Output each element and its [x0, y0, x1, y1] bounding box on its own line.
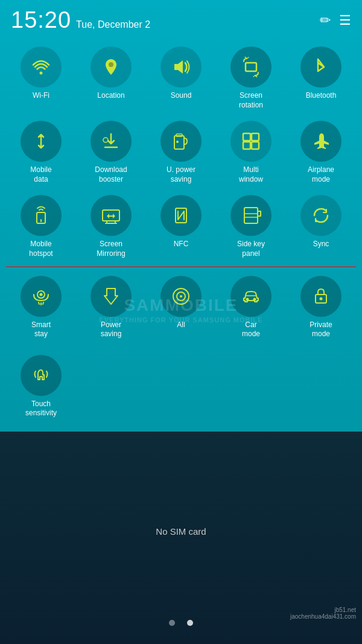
mobile-data-icon-circle: [21, 121, 62, 162]
screen-mirroring-icon-circle: [91, 195, 132, 236]
svg-point-0: [109, 62, 113, 67]
mobile-hotspot-icon-circle: [21, 195, 62, 236]
side-key-panel-icon-circle: [230, 195, 272, 236]
screen-mirroring-icon: [101, 205, 121, 226]
all-label: All: [177, 320, 185, 330]
sound-icon-circle: [160, 46, 202, 88]
corner-watermark: jb51.netjaochenhua4dai431.com: [290, 607, 356, 620]
u-power-saving-icon: [171, 131, 191, 151]
status-bar: 15:20 Tue, December 2 ✏ ☰: [0, 0, 362, 38]
status-icons: ✏ ☰: [320, 13, 351, 28]
touch-sensitivity-toggle[interactable]: Touchsensitivity: [6, 349, 76, 423]
bluetooth-label: Bluetooth: [306, 91, 337, 101]
car-mode-toggle[interactable]: Carmode: [216, 270, 286, 344]
multi-window-icon: [241, 131, 261, 151]
nfc-toggle[interactable]: NFC: [146, 189, 216, 263]
location-icon-circle: [91, 46, 132, 88]
bluetooth-toggle[interactable]: Bluetooth: [286, 40, 356, 115]
location-icon: [101, 57, 121, 77]
power-saving-label: Powersaving: [101, 320, 122, 339]
icons-grid: Wi-Fi Location Sound: [0, 38, 362, 266]
mobile-hotspot-label: Mobilehotspot: [29, 240, 52, 258]
multi-window-icon-circle: [230, 121, 272, 162]
download-booster-icon-circle: [91, 121, 132, 162]
nav-dot-1[interactable]: [169, 620, 175, 626]
airplane-mode-icon-circle: [300, 121, 341, 162]
svg-point-28: [320, 297, 323, 300]
all-toggle[interactable]: All: [146, 270, 216, 344]
time-display: 15:20: [11, 7, 71, 33]
svg-rect-10: [252, 133, 259, 141]
screen-rotation-icon: [241, 57, 261, 77]
bluetooth-icon-circle: [300, 46, 341, 88]
download-booster-label: Downloadbooster: [95, 165, 127, 184]
power-saving-icon: [101, 286, 121, 307]
touch-sensitivity-icon: [31, 365, 51, 386]
private-mode-toggle[interactable]: Privatemode: [286, 270, 356, 344]
airplane-mode-toggle[interactable]: Airplanemode: [286, 115, 356, 189]
no-sim-text: No SIM card: [156, 526, 206, 537]
airplane-mode-label: Airplanemode: [308, 165, 334, 184]
menu-icon[interactable]: ☰: [339, 13, 351, 28]
location-label: Location: [97, 91, 124, 101]
mobile-hotspot-toggle[interactable]: Mobilehotspot: [6, 189, 76, 263]
touch-sensitivity-label: Touchsensitivity: [25, 400, 57, 418]
smart-stay-toggle[interactable]: Smartstay: [6, 270, 76, 344]
u-power-saving-label: U. powersaving: [167, 165, 195, 184]
svg-point-20: [40, 293, 43, 296]
power-saving-icon-circle: [91, 276, 132, 317]
location-toggle[interactable]: Location: [76, 40, 146, 115]
car-mode-icon-circle: [230, 276, 272, 317]
screen-mirroring-label: ScreenMirroring: [97, 240, 125, 258]
touch-sensitivity-icon-circle: [21, 355, 62, 396]
time-date: 15:20 Tue, December 2: [11, 7, 150, 33]
download-booster-toggle[interactable]: Downloadbooster: [76, 115, 146, 189]
sync-toggle[interactable]: Sync: [286, 189, 356, 263]
sound-toggle[interactable]: Sound: [146, 40, 216, 115]
no-sim-area: No SIM card: [0, 519, 362, 544]
all-icon: [171, 286, 191, 307]
svg-point-4: [103, 138, 108, 142]
edit-icon[interactable]: ✏: [320, 13, 331, 28]
nfc-label: NFC: [174, 240, 189, 249]
multi-window-toggle[interactable]: Multiwindow: [216, 115, 286, 189]
wifi-icon-circle: [21, 46, 62, 88]
screen-mirroring-toggle[interactable]: ScreenMirroring: [76, 189, 146, 263]
airplane-mode-icon: [311, 131, 331, 151]
sound-icon: [171, 57, 191, 77]
date-display: Tue, December 2: [76, 19, 150, 30]
svg-rect-11: [243, 142, 250, 149]
mobile-data-icon: [31, 131, 51, 151]
side-key-panel-label: Side keypanel: [237, 240, 265, 258]
bottom-nav: [0, 620, 362, 626]
screen-rotation-toggle[interactable]: Screenrotation: [216, 40, 286, 115]
multi-window-label: Multiwindow: [239, 165, 263, 184]
nav-dot-2[interactable]: [187, 620, 193, 626]
power-saving-toggle[interactable]: Powersaving: [76, 270, 146, 344]
icons-grid-row5: Touchsensitivity: [0, 346, 362, 426]
smart-stay-icon-circle: [21, 276, 62, 317]
svg-rect-1: [246, 63, 256, 71]
sound-label: Sound: [171, 91, 192, 101]
wifi-label: Wi-Fi: [33, 91, 49, 101]
u-power-saving-toggle[interactable]: U. powersaving: [146, 115, 216, 189]
nfc-icon: [171, 205, 191, 226]
quick-settings-panel: 15:20 Tue, December 2 ✏ ☰ Wi-Fi: [0, 0, 362, 432]
private-mode-icon-circle: [300, 276, 341, 317]
wifi-toggle[interactable]: Wi-Fi: [6, 40, 76, 115]
u-power-saving-icon-circle: [160, 121, 202, 162]
screen-rotation-label: Screenrotation: [239, 91, 263, 110]
svg-point-7: [176, 141, 179, 143]
mobile-data-toggle[interactable]: Mobiledata: [6, 115, 76, 189]
svg-rect-8: [243, 133, 250, 141]
sync-icon: [311, 205, 331, 226]
wifi-icon: [31, 57, 51, 77]
smart-stay-label: Smartstay: [31, 320, 51, 339]
mobile-hotspot-icon: [31, 205, 51, 226]
mobile-data-label: Mobiledata: [30, 165, 51, 184]
side-key-panel-toggle[interactable]: Side keypanel: [216, 189, 286, 263]
bluetooth-icon: [311, 57, 331, 77]
private-mode-label: Privatemode: [310, 320, 332, 339]
sync-label: Sync: [313, 240, 329, 249]
svg-rect-16: [244, 208, 258, 223]
